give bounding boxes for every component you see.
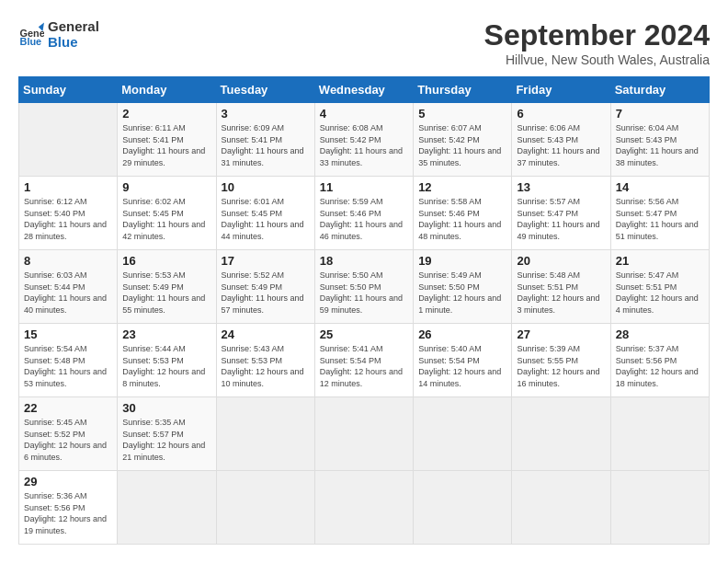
day-number: 6: [517, 107, 605, 121]
cell-info: Sunrise: 5:43 AMSunset: 5:53 PMDaylight:…: [222, 343, 310, 389]
table-cell: [216, 471, 314, 545]
table-cell: 22Sunrise: 5:45 AMSunset: 5:52 PMDayligh…: [19, 397, 118, 471]
day-number: 22: [24, 401, 112, 415]
table-cell: 27Sunrise: 5:39 AMSunset: 5:55 PMDayligh…: [512, 324, 610, 397]
cell-info: Sunrise: 5:53 AMSunset: 5:49 PMDaylight:…: [122, 270, 210, 316]
col-saturday: Saturday: [610, 77, 709, 103]
day-number: 20: [517, 254, 605, 268]
table-row: 2Sunrise: 6:11 AMSunset: 5:41 PMDaylight…: [19, 103, 710, 177]
day-number: 2: [122, 107, 210, 121]
cell-info: Sunrise: 5:40 AMSunset: 5:54 PMDaylight:…: [418, 343, 506, 389]
day-number: 28: [616, 327, 704, 341]
col-wednesday: Wednesday: [314, 77, 413, 103]
table-cell: 16Sunrise: 5:53 AMSunset: 5:49 PMDayligh…: [118, 250, 216, 324]
cell-info: Sunrise: 6:08 AMSunset: 5:42 PMDaylight:…: [320, 122, 408, 168]
cell-info: Sunrise: 6:11 AMSunset: 5:41 PMDaylight:…: [122, 122, 210, 168]
table-cell: [314, 397, 413, 471]
cell-info: Sunrise: 5:54 AMSunset: 5:48 PMDaylight:…: [24, 343, 112, 389]
day-number: 17: [222, 254, 310, 268]
day-number: 7: [616, 107, 704, 121]
cell-info: Sunrise: 6:06 AMSunset: 5:43 PMDaylight:…: [517, 122, 605, 168]
cell-info: Sunrise: 5:49 AMSunset: 5:50 PMDaylight:…: [418, 270, 506, 316]
table-cell: 13Sunrise: 5:57 AMSunset: 5:47 PMDayligh…: [512, 177, 610, 250]
cell-info: Sunrise: 5:45 AMSunset: 5:52 PMDaylight:…: [24, 417, 112, 463]
cell-info: Sunrise: 5:59 AMSunset: 5:46 PMDaylight:…: [320, 196, 408, 242]
day-number: 18: [320, 254, 408, 268]
day-number: 26: [418, 327, 506, 341]
cell-info: Sunrise: 5:50 AMSunset: 5:50 PMDaylight:…: [320, 270, 408, 316]
day-number: 8: [24, 254, 112, 268]
table-cell: [610, 397, 709, 471]
table-cell: [512, 471, 610, 545]
table-cell: 9Sunrise: 6:02 AMSunset: 5:45 PMDaylight…: [118, 177, 216, 250]
table-cell: 21Sunrise: 5:47 AMSunset: 5:51 PMDayligh…: [610, 250, 709, 324]
table-cell: [414, 397, 512, 471]
day-number: 23: [122, 327, 210, 341]
table-cell: 2Sunrise: 6:11 AMSunset: 5:41 PMDaylight…: [118, 103, 216, 177]
table-row: 15Sunrise: 5:54 AMSunset: 5:48 PMDayligh…: [19, 324, 710, 397]
table-cell: 6Sunrise: 6:06 AMSunset: 5:43 PMDaylight…: [512, 103, 610, 177]
table-row: 8Sunrise: 6:03 AMSunset: 5:44 PMDaylight…: [19, 250, 710, 324]
table-row: 1Sunrise: 6:12 AMSunset: 5:40 PMDaylight…: [19, 177, 710, 250]
day-number: 30: [122, 401, 210, 415]
table-cell: 19Sunrise: 5:49 AMSunset: 5:50 PMDayligh…: [414, 250, 512, 324]
table-cell: 10Sunrise: 6:01 AMSunset: 5:45 PMDayligh…: [216, 177, 314, 250]
logo: General Blue General Blue: [18, 18, 99, 51]
calendar-table: Sunday Monday Tuesday Wednesday Thursday…: [18, 76, 710, 545]
cell-info: Sunrise: 6:01 AMSunset: 5:45 PMDaylight:…: [222, 196, 310, 242]
table-cell: 4Sunrise: 6:08 AMSunset: 5:42 PMDaylight…: [314, 103, 413, 177]
day-number: 24: [222, 327, 310, 341]
table-cell: 18Sunrise: 5:50 AMSunset: 5:50 PMDayligh…: [314, 250, 413, 324]
cell-info: Sunrise: 6:02 AMSunset: 5:45 PMDaylight:…: [122, 196, 210, 242]
table-cell: 14Sunrise: 5:56 AMSunset: 5:47 PMDayligh…: [610, 177, 709, 250]
day-number: 1: [24, 180, 112, 194]
col-tuesday: Tuesday: [216, 77, 314, 103]
day-number: 29: [24, 475, 112, 488]
day-number: 13: [517, 180, 605, 194]
table-cell: 17Sunrise: 5:52 AMSunset: 5:49 PMDayligh…: [216, 250, 314, 324]
day-number: 3: [222, 107, 310, 121]
day-number: 16: [122, 254, 210, 268]
table-cell: [19, 103, 118, 177]
table-cell: 30Sunrise: 5:35 AMSunset: 5:57 PMDayligh…: [118, 397, 216, 471]
table-cell: [314, 471, 413, 545]
cell-info: Sunrise: 5:56 AMSunset: 5:47 PMDaylight:…: [616, 196, 704, 242]
table-cell: 20Sunrise: 5:48 AMSunset: 5:51 PMDayligh…: [512, 250, 610, 324]
table-cell: 8Sunrise: 6:03 AMSunset: 5:44 PMDaylight…: [19, 250, 118, 324]
logo-line1: General: [48, 18, 99, 34]
table-cell: 28Sunrise: 5:37 AMSunset: 5:56 PMDayligh…: [610, 324, 709, 397]
day-number: 12: [418, 180, 506, 194]
table-cell: 11Sunrise: 5:59 AMSunset: 5:46 PMDayligh…: [314, 177, 413, 250]
table-cell: [610, 471, 709, 545]
day-number: 5: [418, 107, 506, 121]
cell-info: Sunrise: 5:37 AMSunset: 5:56 PMDaylight:…: [616, 343, 704, 389]
table-cell: [414, 471, 512, 545]
day-number: 15: [24, 327, 112, 341]
title-block: September 2024 Hillvue, New South Wales,…: [484, 18, 710, 67]
logo-icon: General Blue: [18, 21, 44, 47]
cell-info: Sunrise: 6:09 AMSunset: 5:41 PMDaylight:…: [222, 122, 310, 168]
day-number: 4: [320, 107, 408, 121]
col-thursday: Thursday: [414, 77, 512, 103]
cell-info: Sunrise: 6:04 AMSunset: 5:43 PMDaylight:…: [616, 122, 704, 168]
table-cell: 5Sunrise: 6:07 AMSunset: 5:42 PMDaylight…: [414, 103, 512, 177]
table-row: 29Sunrise: 5:36 AMSunset: 5:56 PMDayligh…: [19, 471, 710, 545]
cell-info: Sunrise: 5:41 AMSunset: 5:54 PMDaylight:…: [320, 343, 408, 389]
table-cell: 3Sunrise: 6:09 AMSunset: 5:41 PMDaylight…: [216, 103, 314, 177]
cell-info: Sunrise: 5:48 AMSunset: 5:51 PMDaylight:…: [517, 270, 605, 316]
cell-info: Sunrise: 6:03 AMSunset: 5:44 PMDaylight:…: [24, 270, 112, 316]
table-row: 22Sunrise: 5:45 AMSunset: 5:52 PMDayligh…: [19, 397, 710, 471]
table-cell: 15Sunrise: 5:54 AMSunset: 5:48 PMDayligh…: [19, 324, 118, 397]
day-number: 27: [517, 327, 605, 341]
day-number: 19: [418, 254, 506, 268]
day-number: 21: [616, 254, 704, 268]
table-cell: 7Sunrise: 6:04 AMSunset: 5:43 PMDaylight…: [610, 103, 709, 177]
day-number: 25: [320, 327, 408, 341]
cell-info: Sunrise: 5:58 AMSunset: 5:46 PMDaylight:…: [418, 196, 506, 242]
table-cell: 23Sunrise: 5:44 AMSunset: 5:53 PMDayligh…: [118, 324, 216, 397]
header-row: Sunday Monday Tuesday Wednesday Thursday…: [19, 77, 710, 103]
col-sunday: Sunday: [19, 77, 118, 103]
col-monday: Monday: [118, 77, 216, 103]
cell-info: Sunrise: 5:39 AMSunset: 5:55 PMDaylight:…: [517, 343, 605, 389]
logo-line2: Blue: [48, 34, 99, 50]
